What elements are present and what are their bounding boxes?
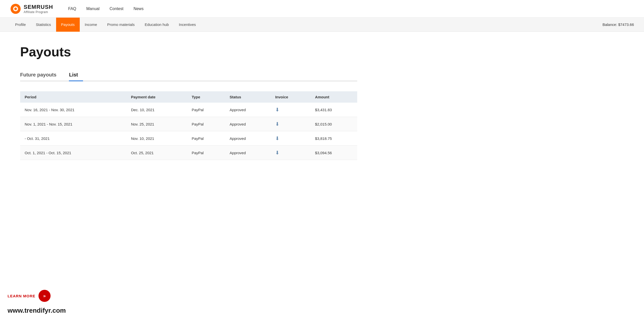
- sub-nav-links: Profile Statistics Payouts Income Promo …: [10, 18, 602, 32]
- tabs: Future payouts List: [20, 69, 357, 81]
- tab-future-payouts[interactable]: Future payouts: [20, 69, 61, 81]
- svg-point-2: [14, 8, 17, 10]
- balance-display: Balance: $7473.66: [602, 22, 634, 27]
- logo-text-block: SEMRUSH Affiliate Program: [24, 4, 53, 14]
- page-title: Payouts: [20, 44, 357, 59]
- table-row: - Oct. 31, 2021 Nov. 10, 2021 PayPal App…: [20, 131, 357, 146]
- row3-period: - Oct. 31, 2021: [20, 131, 127, 146]
- balance-value: $7473.66: [618, 22, 634, 27]
- page-content: Payouts Future payouts List Period Payme…: [0, 32, 377, 173]
- row1-period: Nov. 16, 2021 - Nov. 30, 2021: [20, 103, 127, 117]
- row2-period: Nov. 1, 2021 - Nov. 15, 2021: [20, 117, 127, 131]
- row4-status: Approved: [225, 146, 271, 160]
- row3-type: PayPal: [187, 131, 225, 146]
- subnav-statistics[interactable]: Statistics: [31, 18, 56, 32]
- subnav-education[interactable]: Education hub: [140, 18, 174, 32]
- row4-payment-date: Oct. 25, 2021: [127, 146, 187, 160]
- nav-link-news[interactable]: News: [134, 7, 144, 11]
- sub-nav: Profile Statistics Payouts Income Promo …: [0, 18, 644, 32]
- top-links: FAQ Manual Contest News: [68, 7, 144, 11]
- payout-table: Period Payment date Type Status Invoice …: [20, 91, 357, 160]
- row3-amount: $3,818.75: [310, 131, 357, 146]
- tab-list[interactable]: List: [69, 69, 83, 81]
- download-icon[interactable]: ⬇: [275, 121, 279, 127]
- row3-payment-date: Nov. 10, 2021: [127, 131, 187, 146]
- subnav-income[interactable]: Income: [80, 18, 102, 32]
- top-nav: SEMRUSH Affiliate Program FAQ Manual Con…: [0, 0, 644, 18]
- subnav-payouts[interactable]: Payouts: [56, 18, 80, 32]
- row3-status: Approved: [225, 131, 271, 146]
- logo-icon: [10, 3, 21, 14]
- balance-label: Balance:: [602, 22, 617, 27]
- subnav-incentives[interactable]: Incentives: [174, 18, 201, 32]
- download-icon[interactable]: ⬇: [275, 150, 279, 155]
- table-row: Oct. 1, 2021 - Oct. 15, 2021 Oct. 25, 20…: [20, 146, 357, 160]
- row1-type: PayPal: [187, 103, 225, 117]
- row4-invoice[interactable]: ⬇: [271, 146, 310, 160]
- row1-payment-date: Dec. 10, 2021: [127, 103, 187, 117]
- row4-period: Oct. 1, 2021 - Oct. 15, 2021: [20, 146, 127, 160]
- row2-payment-date: Nov. 25, 2021: [127, 117, 187, 131]
- col-type: Type: [187, 91, 225, 103]
- row4-amount: $3,094.56: [310, 146, 357, 160]
- brand-name: SEMRUSH: [24, 4, 53, 10]
- row1-amount: $3,431.83: [310, 103, 357, 117]
- nav-link-faq[interactable]: FAQ: [68, 7, 76, 11]
- table-header: Period Payment date Type Status Invoice …: [20, 91, 357, 103]
- col-period: Period: [20, 91, 127, 103]
- nav-link-manual[interactable]: Manual: [86, 7, 99, 11]
- subnav-promo[interactable]: Promo materials: [102, 18, 140, 32]
- logo-area: SEMRUSH Affiliate Program: [10, 3, 53, 14]
- row1-invoice[interactable]: ⬇: [271, 103, 310, 117]
- table-row: Nov. 1, 2021 - Nov. 15, 2021 Nov. 25, 20…: [20, 117, 357, 131]
- row2-status: Approved: [225, 117, 271, 131]
- row2-type: PayPal: [187, 117, 225, 131]
- table-row: Nov. 16, 2021 - Nov. 30, 2021 Dec. 10, 2…: [20, 103, 357, 117]
- row2-amount: $2,015.00: [310, 117, 357, 131]
- row1-status: Approved: [225, 103, 271, 117]
- brand-subtitle: Affiliate Program: [24, 10, 53, 14]
- col-status: Status: [225, 91, 271, 103]
- nav-link-contest[interactable]: Contest: [110, 7, 124, 11]
- table-body: Nov. 16, 2021 - Nov. 30, 2021 Dec. 10, 2…: [20, 103, 357, 160]
- row4-type: PayPal: [187, 146, 225, 160]
- col-amount: Amount: [310, 91, 357, 103]
- col-invoice: Invoice: [271, 91, 310, 103]
- row2-invoice[interactable]: ⬇: [271, 117, 310, 131]
- col-payment-date: Payment date: [127, 91, 187, 103]
- download-icon[interactable]: ⬇: [275, 136, 279, 141]
- subnav-profile[interactable]: Profile: [10, 18, 31, 32]
- row3-invoice[interactable]: ⬇: [271, 131, 310, 146]
- download-icon[interactable]: ⬇: [275, 107, 279, 112]
